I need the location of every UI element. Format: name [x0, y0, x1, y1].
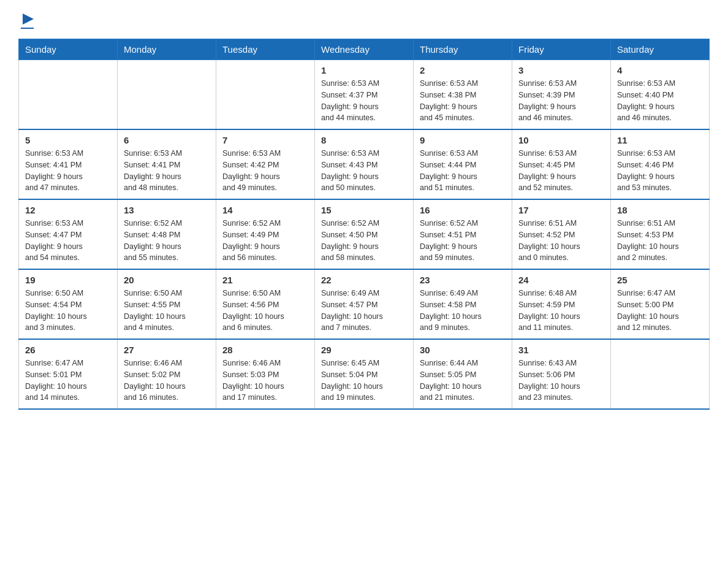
day-number: 29 [321, 345, 407, 355]
day-number: 6 [124, 135, 210, 145]
day-info: Sunrise: 6:52 AM Sunset: 4:51 PM Dayligh… [420, 218, 506, 264]
calendar-cell: 25Sunrise: 6:47 AM Sunset: 5:00 PM Dayli… [611, 269, 710, 339]
day-number: 14 [222, 205, 308, 215]
day-info: Sunrise: 6:52 AM Sunset: 4:48 PM Dayligh… [124, 218, 210, 264]
day-info: Sunrise: 6:53 AM Sunset: 4:43 PM Dayligh… [321, 148, 407, 194]
day-number: 30 [420, 345, 506, 355]
calendar-week-3: 12Sunrise: 6:53 AM Sunset: 4:47 PM Dayli… [19, 199, 710, 269]
day-number: 24 [518, 275, 604, 285]
day-info: Sunrise: 6:51 AM Sunset: 4:53 PM Dayligh… [617, 218, 703, 264]
day-number: 25 [617, 275, 703, 285]
calendar-cell: 27Sunrise: 6:46 AM Sunset: 5:02 PM Dayli… [118, 339, 216, 409]
calendar-cell: 18Sunrise: 6:51 AM Sunset: 4:53 PM Dayli… [611, 199, 710, 269]
day-info: Sunrise: 6:53 AM Sunset: 4:38 PM Dayligh… [420, 78, 506, 124]
calendar-cell [216, 60, 315, 130]
calendar-week-1: 1Sunrise: 6:53 AM Sunset: 4:37 PM Daylig… [19, 60, 710, 130]
calendar-cell: 14Sunrise: 6:52 AM Sunset: 4:49 PM Dayli… [216, 199, 315, 269]
day-info: Sunrise: 6:52 AM Sunset: 4:49 PM Dayligh… [222, 218, 308, 264]
day-number: 4 [617, 65, 703, 75]
calendar-cell: 9Sunrise: 6:53 AM Sunset: 4:44 PM Daylig… [414, 129, 512, 199]
calendar-cell: 12Sunrise: 6:53 AM Sunset: 4:47 PM Dayli… [19, 199, 118, 269]
day-info: Sunrise: 6:53 AM Sunset: 4:44 PM Dayligh… [420, 148, 506, 194]
day-number: 8 [321, 135, 407, 145]
day-info: Sunrise: 6:49 AM Sunset: 4:57 PM Dayligh… [321, 288, 407, 334]
calendar-cell: 2Sunrise: 6:53 AM Sunset: 4:38 PM Daylig… [414, 60, 512, 130]
day-number: 18 [617, 205, 703, 215]
calendar-cell: 22Sunrise: 6:49 AM Sunset: 4:57 PM Dayli… [315, 269, 414, 339]
day-number: 20 [124, 275, 210, 285]
day-info: Sunrise: 6:53 AM Sunset: 4:42 PM Dayligh… [222, 148, 308, 194]
day-info: Sunrise: 6:52 AM Sunset: 4:50 PM Dayligh… [321, 218, 407, 264]
weekday-header-friday: Friday [512, 39, 611, 60]
day-number: 12 [25, 205, 111, 215]
calendar-cell: 8Sunrise: 6:53 AM Sunset: 4:43 PM Daylig… [315, 129, 414, 199]
page-header [18, 12, 710, 29]
logo-icon [23, 13, 34, 25]
weekday-header-thursday: Thursday [414, 39, 512, 60]
calendar-week-4: 19Sunrise: 6:50 AM Sunset: 4:54 PM Dayli… [19, 269, 710, 339]
day-number: 16 [420, 205, 506, 215]
day-info: Sunrise: 6:43 AM Sunset: 5:06 PM Dayligh… [518, 358, 604, 404]
calendar-cell: 5Sunrise: 6:53 AM Sunset: 4:41 PM Daylig… [19, 129, 118, 199]
day-number: 21 [222, 275, 308, 285]
calendar-cell: 19Sunrise: 6:50 AM Sunset: 4:54 PM Dayli… [19, 269, 118, 339]
calendar-table: SundayMondayTuesdayWednesdayThursdayFrid… [18, 39, 710, 410]
calendar-cell: 31Sunrise: 6:43 AM Sunset: 5:06 PM Dayli… [512, 339, 611, 409]
calendar-cell: 29Sunrise: 6:45 AM Sunset: 5:04 PM Dayli… [315, 339, 414, 409]
calendar-cell: 17Sunrise: 6:51 AM Sunset: 4:52 PM Dayli… [512, 199, 611, 269]
weekday-header-row: SundayMondayTuesdayWednesdayThursdayFrid… [19, 39, 710, 60]
calendar-cell: 28Sunrise: 6:46 AM Sunset: 5:03 PM Dayli… [216, 339, 315, 409]
day-number: 11 [617, 135, 703, 145]
day-number: 9 [420, 135, 506, 145]
weekday-header-wednesday: Wednesday [315, 39, 414, 60]
calendar-cell: 30Sunrise: 6:44 AM Sunset: 5:05 PM Dayli… [414, 339, 512, 409]
svg-marker-0 [23, 13, 34, 25]
day-info: Sunrise: 6:44 AM Sunset: 5:05 PM Dayligh… [420, 358, 506, 404]
day-info: Sunrise: 6:53 AM Sunset: 4:46 PM Dayligh… [617, 148, 703, 194]
day-info: Sunrise: 6:50 AM Sunset: 4:54 PM Dayligh… [25, 288, 111, 334]
calendar-cell [118, 60, 216, 130]
calendar-week-5: 26Sunrise: 6:47 AM Sunset: 5:01 PM Dayli… [19, 339, 710, 409]
calendar-cell: 3Sunrise: 6:53 AM Sunset: 4:39 PM Daylig… [512, 60, 611, 130]
day-number: 15 [321, 205, 407, 215]
day-info: Sunrise: 6:53 AM Sunset: 4:37 PM Dayligh… [321, 78, 407, 124]
day-number: 2 [420, 65, 506, 75]
day-number: 1 [321, 65, 407, 75]
day-number: 26 [25, 345, 111, 355]
day-number: 27 [124, 345, 210, 355]
day-number: 10 [518, 135, 604, 145]
day-info: Sunrise: 6:53 AM Sunset: 4:40 PM Dayligh… [617, 78, 703, 124]
calendar-cell: 24Sunrise: 6:48 AM Sunset: 4:59 PM Dayli… [512, 269, 611, 339]
calendar-cell: 15Sunrise: 6:52 AM Sunset: 4:50 PM Dayli… [315, 199, 414, 269]
calendar-cell: 7Sunrise: 6:53 AM Sunset: 4:42 PM Daylig… [216, 129, 315, 199]
day-number: 13 [124, 205, 210, 215]
day-number: 3 [518, 65, 604, 75]
day-info: Sunrise: 6:47 AM Sunset: 5:01 PM Dayligh… [25, 358, 111, 404]
day-info: Sunrise: 6:46 AM Sunset: 5:02 PM Dayligh… [124, 358, 210, 404]
calendar-cell [611, 339, 710, 409]
day-info: Sunrise: 6:50 AM Sunset: 4:55 PM Dayligh… [124, 288, 210, 334]
calendar-cell: 4Sunrise: 6:53 AM Sunset: 4:40 PM Daylig… [611, 60, 710, 130]
calendar-cell: 23Sunrise: 6:49 AM Sunset: 4:58 PM Dayli… [414, 269, 512, 339]
day-number: 17 [518, 205, 604, 215]
calendar-cell: 1Sunrise: 6:53 AM Sunset: 4:37 PM Daylig… [315, 60, 414, 130]
weekday-header-sunday: Sunday [19, 39, 118, 60]
day-info: Sunrise: 6:49 AM Sunset: 4:58 PM Dayligh… [420, 288, 506, 334]
day-number: 31 [518, 345, 604, 355]
day-number: 7 [222, 135, 308, 145]
calendar-cell: 11Sunrise: 6:53 AM Sunset: 4:46 PM Dayli… [611, 129, 710, 199]
day-info: Sunrise: 6:48 AM Sunset: 4:59 PM Dayligh… [518, 288, 604, 334]
calendar-cell [19, 60, 118, 130]
weekday-header-monday: Monday [118, 39, 216, 60]
calendar-week-2: 5Sunrise: 6:53 AM Sunset: 4:41 PM Daylig… [19, 129, 710, 199]
day-info: Sunrise: 6:53 AM Sunset: 4:39 PM Dayligh… [518, 78, 604, 124]
calendar-cell: 21Sunrise: 6:50 AM Sunset: 4:56 PM Dayli… [216, 269, 315, 339]
day-number: 28 [222, 345, 308, 355]
calendar-cell: 26Sunrise: 6:47 AM Sunset: 5:01 PM Dayli… [19, 339, 118, 409]
day-number: 23 [420, 275, 506, 285]
day-number: 22 [321, 275, 407, 285]
day-info: Sunrise: 6:47 AM Sunset: 5:00 PM Dayligh… [617, 288, 703, 334]
day-info: Sunrise: 6:51 AM Sunset: 4:52 PM Dayligh… [518, 218, 604, 264]
weekday-header-tuesday: Tuesday [216, 39, 315, 60]
day-info: Sunrise: 6:50 AM Sunset: 4:56 PM Dayligh… [222, 288, 308, 334]
